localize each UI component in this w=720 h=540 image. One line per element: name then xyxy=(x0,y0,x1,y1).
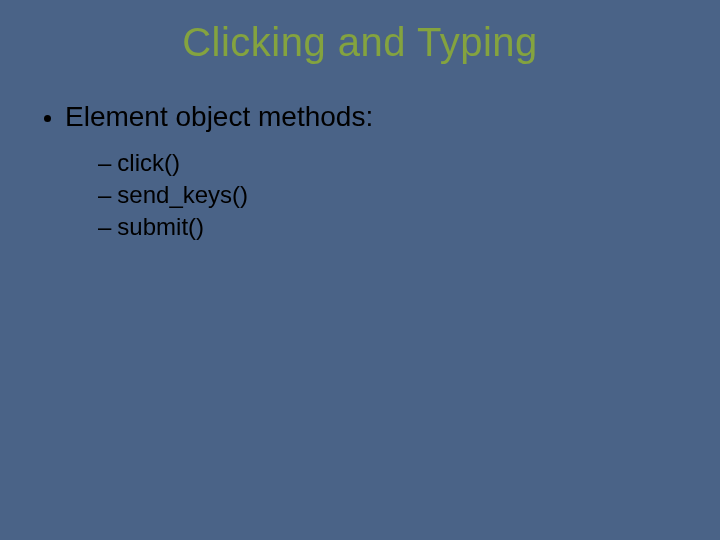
dash-icon: – xyxy=(98,215,111,239)
sub-item-text: click() xyxy=(117,149,180,177)
bullet-item: Element object methods: xyxy=(44,101,720,133)
dash-icon: – xyxy=(98,183,111,207)
bullet-icon xyxy=(44,115,51,122)
sub-item-text: send_keys() xyxy=(117,181,248,209)
sub-item-text: submit() xyxy=(117,213,204,241)
dash-icon: – xyxy=(98,151,111,175)
bullet-text: Element object methods: xyxy=(65,101,373,133)
list-item: – click() xyxy=(98,149,720,177)
slide-body: Element object methods: – click() – send… xyxy=(0,65,720,241)
sub-list: – click() – send_keys() – submit() xyxy=(44,139,720,241)
list-item: – send_keys() xyxy=(98,181,720,209)
list-item: – submit() xyxy=(98,213,720,241)
slide-title: Clicking and Typing xyxy=(0,0,720,65)
